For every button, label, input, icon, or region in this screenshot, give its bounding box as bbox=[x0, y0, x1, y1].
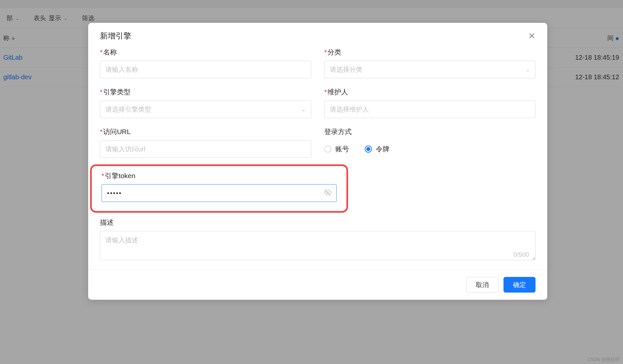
radio-token[interactable]: 令牌 bbox=[365, 144, 390, 154]
radio-icon bbox=[324, 145, 331, 153]
modal-header: 新增引擎 ✕ bbox=[88, 23, 547, 48]
radio-account[interactable]: 账号 bbox=[324, 144, 349, 154]
eye-off-icon[interactable] bbox=[324, 189, 331, 197]
field-url: *访问URL bbox=[100, 127, 311, 158]
confirm-button[interactable]: 确定 bbox=[503, 277, 535, 293]
cancel-button[interactable]: 取消 bbox=[466, 277, 498, 293]
modal-title: 新增引擎 bbox=[100, 31, 131, 41]
highlight-annotation: *引擎token bbox=[90, 164, 348, 213]
close-icon[interactable]: ✕ bbox=[528, 32, 535, 40]
radio-icon bbox=[365, 145, 372, 153]
name-input[interactable] bbox=[100, 61, 311, 78]
chevron-down-icon: ⌄ bbox=[526, 67, 530, 73]
field-description: 描述 0/500 bbox=[100, 218, 535, 262]
char-count: 0/500 bbox=[513, 251, 529, 258]
engine-token-input[interactable] bbox=[102, 184, 337, 202]
modal-footer: 取消 确定 bbox=[88, 269, 547, 300]
engine-type-select[interactable]: 请选择引擎类型 ⌄ bbox=[100, 100, 311, 118]
watermark: CSDN @图拉呀 bbox=[587, 357, 620, 363]
description-textarea[interactable] bbox=[100, 231, 535, 260]
add-engine-modal: 新增引擎 ✕ *名称 *分类 请选择分类 ⌄ *引擎类型 请选择引擎类型 bbox=[88, 23, 547, 300]
field-category: *分类 请选择分类 ⌄ bbox=[324, 48, 535, 78]
field-name: *名称 bbox=[100, 48, 311, 78]
field-maintainer: *维护人 请选择维护人 bbox=[324, 87, 535, 118]
field-engine-type: *引擎类型 请选择引擎类型 ⌄ bbox=[100, 87, 311, 118]
chevron-down-icon: ⌄ bbox=[301, 106, 306, 113]
category-select[interactable]: 请选择分类 ⌄ bbox=[324, 61, 535, 78]
field-login-method: 登录方式 账号 令牌 bbox=[324, 127, 535, 158]
field-engine-token: *引擎token bbox=[102, 171, 337, 202]
url-input[interactable] bbox=[100, 140, 311, 158]
maintainer-select[interactable]: 请选择维护人 bbox=[324, 100, 535, 118]
